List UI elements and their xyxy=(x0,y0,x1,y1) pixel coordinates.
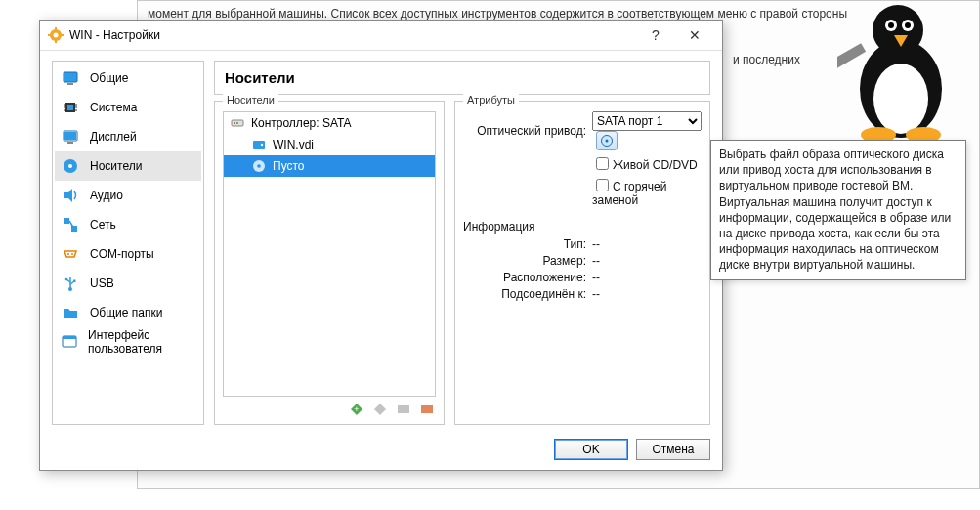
svg-rect-50 xyxy=(253,141,265,149)
cd-dropdown-icon xyxy=(600,134,614,148)
sidebar-item-usb[interactable]: USB xyxy=(55,269,201,298)
sidebar-item-label: Дисплей xyxy=(90,130,137,144)
sidebar-item-label: Система xyxy=(90,101,137,114)
settings-dialog: WIN - Настройки ? ✕ Общие Система Диспле… xyxy=(39,20,723,471)
svg-point-49 xyxy=(236,122,238,124)
svg-point-32 xyxy=(68,164,72,168)
tooltip: Выбрать файл образа оптического диска ил… xyxy=(710,140,966,280)
chip-icon xyxy=(61,98,80,117)
tree-empty-row[interactable]: Пусто xyxy=(224,155,435,177)
display-icon xyxy=(61,127,80,147)
svg-point-2 xyxy=(873,5,923,56)
sidebar-item-shared-folders[interactable]: Общие папки xyxy=(55,298,201,327)
add-attachment-button[interactable] xyxy=(395,401,412,418)
tree-vdi-row[interactable]: WIN.vdi xyxy=(224,134,435,155)
sidebar-item-audio[interactable]: Аудио xyxy=(55,181,201,210)
info-size-label: Размер: xyxy=(463,254,592,268)
svg-point-13 xyxy=(54,33,59,38)
sidebar-item-label: Аудио xyxy=(90,189,123,202)
sidebar-item-storage[interactable]: Носители xyxy=(55,151,201,181)
svg-point-53 xyxy=(257,164,261,168)
tree-label: Пусто xyxy=(273,159,305,173)
svg-rect-10 xyxy=(837,43,866,76)
sidebar-item-system[interactable]: Система xyxy=(55,93,201,122)
remove-attachment-button[interactable] xyxy=(418,401,436,418)
sidebar-item-label: Сеть xyxy=(90,218,116,232)
svg-rect-15 xyxy=(55,40,57,43)
info-heading: Информация xyxy=(463,220,702,234)
network-icon xyxy=(61,215,80,234)
svg-rect-58 xyxy=(421,405,433,413)
ok-button[interactable]: OK xyxy=(554,439,628,460)
choose-disk-button[interactable] xyxy=(596,131,618,150)
svg-point-1 xyxy=(873,64,928,134)
general-icon xyxy=(61,68,80,88)
sidebar-item-serial[interactable]: COM-порты xyxy=(55,239,201,269)
dialog-title: WIN - Настройки xyxy=(69,28,636,42)
sidebar-item-label: Общие xyxy=(90,71,128,85)
page-heading: Носители xyxy=(214,61,710,95)
svg-rect-44 xyxy=(73,280,76,283)
sidebar-item-label: Носители xyxy=(90,159,142,173)
serial-port-icon xyxy=(61,244,80,264)
help-button[interactable]: ? xyxy=(636,27,675,43)
sidebar-item-label: Интерфейс пользователя xyxy=(88,328,195,356)
remove-controller-button[interactable] xyxy=(371,401,389,418)
svg-rect-21 xyxy=(67,105,73,110)
live-cd-checkbox[interactable] xyxy=(596,157,609,170)
usb-icon xyxy=(61,274,80,293)
bg-fragment: и последних xyxy=(733,53,800,66)
svg-point-43 xyxy=(65,278,68,281)
svg-point-38 xyxy=(71,253,73,255)
svg-rect-34 xyxy=(64,218,69,224)
sidebar-item-label: COM-порты xyxy=(90,247,154,261)
port-select[interactable]: SATA порт 1 xyxy=(592,111,702,131)
cd-icon xyxy=(251,158,267,174)
sidebar-item-label: Общие папки xyxy=(90,306,162,319)
sidebar-item-display[interactable]: Дисплей xyxy=(55,122,201,151)
info-size-val: -- xyxy=(592,254,702,268)
settings-gear-icon xyxy=(48,27,64,43)
svg-text:+: + xyxy=(354,404,359,414)
live-cd-label: Живой CD/DVD xyxy=(613,158,698,172)
svg-marker-56 xyxy=(374,404,386,415)
hdd-icon xyxy=(251,137,267,152)
speaker-icon xyxy=(61,186,80,205)
svg-rect-17 xyxy=(61,34,64,36)
info-type-val: -- xyxy=(592,237,702,251)
svg-rect-16 xyxy=(48,34,51,36)
sidebar-item-label: USB xyxy=(90,276,114,290)
category-sidebar: Общие Система Дисплей Носители Аудио Сет… xyxy=(52,61,204,425)
attributes-group: Атрибуты Оптический привод: SATA порт 1 xyxy=(454,101,710,425)
svg-point-6 xyxy=(905,22,911,28)
svg-point-37 xyxy=(67,253,69,255)
close-button[interactable]: ✕ xyxy=(675,27,714,43)
dialog-footer: OK Отмена xyxy=(40,431,722,470)
hotswap-checkbox[interactable] xyxy=(596,179,609,191)
svg-point-60 xyxy=(606,140,609,143)
tree-label: Контроллер: SATA xyxy=(251,116,351,130)
attrs-legend: Атрибуты xyxy=(463,94,519,106)
sidebar-item-network[interactable]: Сеть xyxy=(55,210,201,239)
cancel-button[interactable]: Отмена xyxy=(636,439,710,460)
svg-marker-33 xyxy=(64,189,72,202)
titlebar: WIN - Настройки ? ✕ xyxy=(40,21,722,50)
penguin-mascot-icon xyxy=(837,0,964,143)
tree-controller-row[interactable]: Контроллер: SATA xyxy=(224,112,435,134)
storage-group: Носители Контроллер: SATA WIN.vdi Пус xyxy=(214,101,445,425)
sidebar-item-ui[interactable]: Интерфейс пользователя xyxy=(55,327,201,357)
controller-icon xyxy=(230,115,245,131)
storage-toolbar: + xyxy=(223,397,436,418)
info-type-label: Тип: xyxy=(463,237,592,251)
info-conn-val: -- xyxy=(592,287,702,301)
svg-rect-46 xyxy=(63,336,76,339)
svg-rect-29 xyxy=(64,132,76,140)
disc-icon xyxy=(61,156,80,176)
svg-point-4 xyxy=(888,22,894,28)
storage-tree[interactable]: Контроллер: SATA WIN.vdi Пусто xyxy=(223,111,436,397)
add-controller-button[interactable]: + xyxy=(348,401,365,418)
sidebar-item-general[interactable]: Общие xyxy=(55,64,201,93)
ui-icon xyxy=(61,332,78,352)
folder-icon xyxy=(61,303,80,322)
svg-rect-30 xyxy=(67,142,73,144)
